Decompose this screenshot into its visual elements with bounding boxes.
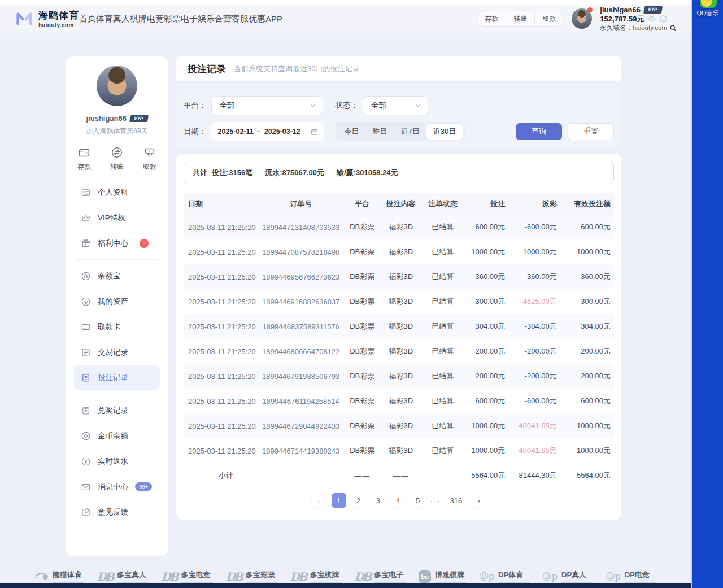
pagination-page-button[interactable]: 5 [411,493,425,508]
pagination-page-button[interactable]: 2 [351,493,366,508]
table-row[interactable]: 2025-03-11 21:25:20 1899446714419380243 … [184,438,614,463]
top-navbar: 海鸥体育 haiouty.com 首页体育真人棋牌电竞彩票电子娱乐合营客服优惠A… [0,5,691,33]
nav-menu-item[interactable]: 电子 [181,14,198,24]
nav-menu-item[interactable]: 真人 [113,14,130,24]
sidebar-item-profile[interactable]: 个人资料 [74,180,160,205]
table-row[interactable]: 2025-03-11 21:25:20 1899447087578218498 … [184,239,614,264]
coin-icon [81,431,91,441]
search-icon[interactable] [669,24,677,32]
brand[interactable]: 海鸥体育 haiouty.com [15,9,79,28]
sidebar-item-coin-balance[interactable]: 金币余额 [74,423,160,448]
table-row[interactable]: 2025-03-11 21:25:20 1899446761194258514 … [184,389,614,413]
sidebar-item-withdraw-card[interactable]: 取款卡 [74,314,160,339]
sidebar-item-vip[interactable]: VIP特权 [74,205,160,230]
balance-amount: 152,787.59元 [600,15,644,24]
status-select[interactable]: 全部 [363,96,428,115]
pagination-page-button[interactable]: 4 [391,493,406,508]
partner-logo[interactable]: 多宝彩票 [225,570,277,583]
partner-logo[interactable]: DP体育 [480,570,530,583]
top-strip [0,0,691,5]
desktop-background: ♪ QQ音乐 [691,0,723,588]
wallet-quick-button[interactable]: 取款 [534,11,563,26]
quick-range-button[interactable]: 今日 [338,124,366,140]
partner-logo[interactable]: 多宝电竞 [162,570,213,583]
quick-deposit-button[interactable]: 存款 [77,146,91,172]
sidebar-item-betting-records[interactable]: 投注记录 [74,365,160,390]
search-button[interactable]: 查询 [516,123,562,140]
eye-icon[interactable] [647,15,656,23]
profile-avatar[interactable] [97,66,137,106]
wallet-icon [78,146,90,159]
partner-logo[interactable]: 多宝棋牌 [290,570,341,583]
table-body: 2025-03-11 21:25:20 1899447131408703533 … [184,215,614,463]
nav-menu-item[interactable]: 客服 [232,14,249,24]
sidebar-item-yuebao[interactable]: 余额宝 [74,263,160,289]
quick-range-button[interactable]: 近30日 [426,124,463,140]
platform-select[interactable]: 全部 [211,96,323,115]
quick-withdraw-button[interactable]: 取款 [143,146,156,172]
nav-menu-item[interactable]: 首页 [79,14,96,24]
partner-icon [354,570,370,583]
wallet-quick-button[interactable]: 存款 [477,11,506,26]
pagination-prev[interactable]: ‹ [312,493,326,508]
permanent-domain-note: 永久域名：haiouty.com [600,24,667,32]
partner-logo[interactable]: 多宝真人 [97,570,149,583]
date-filter-label: 日期： [184,127,207,137]
qq-music-label: QQ音乐 [692,9,723,18]
nav-menu-item[interactable]: 电竞 [147,14,164,24]
sidebar-item-rebate[interactable]: 实时返水 [74,448,160,474]
partner-logo[interactable]: DP电竞 [606,570,656,583]
qq-music-icon[interactable]: ♪ [700,0,717,8]
nav-menu-item[interactable]: 合营 [215,14,232,24]
date-end: 2025-03-12 [264,128,300,136]
nav-menu-item[interactable]: 体育 [96,14,113,24]
username: jiushigan66 [600,6,641,15]
pagination-page-button[interactable]: 1 [332,493,346,508]
quick-transfer-button[interactable]: 转账 [110,146,124,172]
table-row[interactable]: 2025-03-11 21:25:20 1899446806664708122 … [184,339,614,364]
summary-bar: 共计 投注:3156笔 流水:875067.00元 输/赢:301058.24元 [184,162,614,184]
sidebar-item-prize-records[interactable]: 兑奖记录 [74,398,160,423]
feedback-edit-icon [81,507,91,517]
refresh-dropdown-icon[interactable] [659,15,668,23]
vip-badge: VIP [643,6,663,14]
nav-menu-item[interactable]: APP [265,14,282,24]
partner-logo[interactable]: 博雅棋牌 [419,570,467,583]
records-card: 共计 投注:3156笔 流水:875067.00元 输/赢:301058.24元… [176,154,621,520]
avatar[interactable] [572,8,592,29]
date-range-input[interactable]: 2025-02-11 ~ 2025-03-12 [211,122,324,141]
chevron-down-icon [309,102,317,110]
table-row[interactable]: 2025-03-11 21:25:20 1899446791938506793 … [184,364,614,389]
nav-menu-item[interactable]: 棋牌 [130,14,147,24]
wallet-button-group: 存款转账取款 [477,11,564,27]
partner-logo[interactable]: DP真人 [543,570,593,583]
pagination-last-page[interactable]: 316 [446,493,467,508]
sidebar-item-messages[interactable]: 消息中心 99+ [74,474,160,499]
table-row[interactable]: 2025-03-11 21:25:20 1899447131408703533 … [184,215,614,239]
table-row[interactable]: 2025-03-11 21:25:20 1899446729044922433 … [184,413,614,438]
wallet-quick-button[interactable]: 转账 [506,11,534,26]
sidebar-item-assets[interactable]: 我的资产 [74,289,160,314]
joined-days-note: 加入海鸥体育第69天 [74,127,160,136]
page-header: 投注记录 当前系统支持查询最近30日的投注记录 [176,56,621,81]
summary-bets: 投注:3156笔 [212,168,252,178]
partner-icon [606,571,621,583]
nav-menu-item[interactable]: 彩票 [164,14,181,24]
nav-menu-item[interactable]: 优惠 [249,14,265,24]
pagination-next[interactable]: › [471,493,486,508]
table-row[interactable]: 2025-03-11 21:25:20 1899446916882636837 … [184,289,614,314]
sidebar-item-transactions[interactable]: 交易记录 [74,339,160,365]
partner-logo[interactable]: 多宝电子 [354,570,406,583]
nav-menu-item[interactable]: 娱乐 [198,14,215,24]
table-row[interactable]: 2025-03-11 21:25:20 1899446837589311576 … [184,314,614,339]
user-avatar-wrap[interactable] [572,8,592,29]
table-row[interactable]: 2025-03-11 21:25:20 1899446956766273623 … [184,264,614,289]
partner-logo[interactable]: 熊猫体育 [35,570,84,583]
sidebar-item-welfare[interactable]: 福利中心 9 [74,230,160,256]
pagination-page-button[interactable]: 3 [371,493,386,508]
quick-range-button[interactable]: 近7日 [394,124,426,140]
date-start: 2025-02-11 [218,128,254,136]
reset-button[interactable]: 重置 [568,123,614,140]
sidebar-item-feedback[interactable]: 意见反馈 [74,499,160,525]
quick-range-button[interactable]: 昨日 [366,124,394,140]
